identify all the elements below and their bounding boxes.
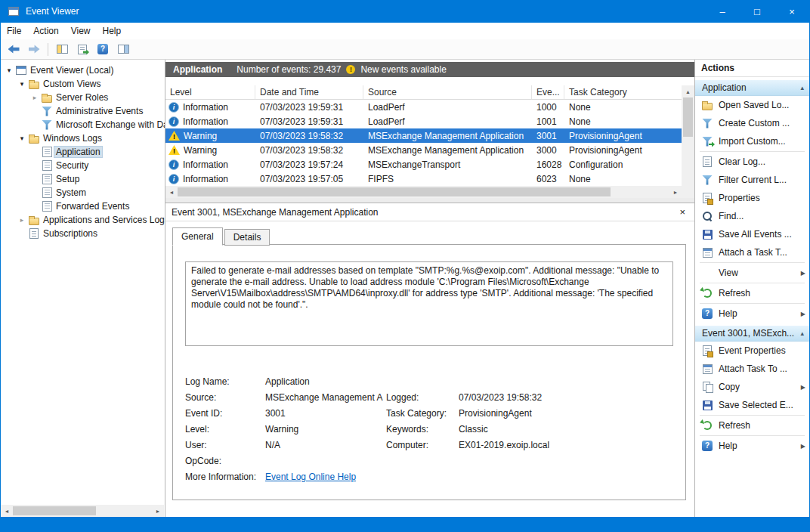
menu-help[interactable]: Help xyxy=(97,23,128,39)
datetime-text: 07/03/2023 19:59:31 xyxy=(255,116,363,127)
scroll-left-button[interactable]: ◄ xyxy=(1,505,13,517)
action-open-saved-log[interactable]: Open Saved Lo... xyxy=(695,96,809,114)
tree-item-system[interactable]: System xyxy=(1,186,165,200)
custom-view-icon xyxy=(40,105,54,117)
event-count: Number of events: 29.437 xyxy=(237,64,341,75)
tree-item-application[interactable]: Application xyxy=(1,145,165,159)
datetime-text: 07/03/2023 19:58:32 xyxy=(255,131,363,141)
tree-item-event-viewer-local[interactable]: ▾ Event Viewer (Local) xyxy=(1,63,165,77)
minimize-button[interactable]: – xyxy=(705,0,740,23)
show-console-tree-button[interactable] xyxy=(53,41,71,58)
column-task-category[interactable]: Task Category xyxy=(564,85,682,99)
column-date-time[interactable]: Date and Time xyxy=(255,85,363,99)
submenu-arrow-icon: ▶ xyxy=(801,384,809,391)
back-button[interactable] xyxy=(5,41,23,58)
scroll-thumb[interactable] xyxy=(683,97,693,137)
console-tree: ▾ Event Viewer (Local) ▾ Custom Views ▸ … xyxy=(1,60,165,517)
tree-item-label: Security xyxy=(54,159,91,172)
tree-item-label: Custom Views xyxy=(41,78,103,90)
actions-section-event[interactable]: Event 3001, MSExch... ▴ xyxy=(695,325,809,342)
chevron-expanded-icon[interactable]: ▾ xyxy=(17,135,27,142)
scroll-right-button[interactable]: ► xyxy=(152,505,164,517)
action-refresh-event[interactable]: Refresh xyxy=(695,416,809,435)
scroll-right-button[interactable]: ► xyxy=(669,186,682,198)
list-vertical-scrollbar[interactable]: ▲ ▼ xyxy=(682,85,694,198)
action-filter-current-log[interactable]: Filter Current L... xyxy=(695,171,809,189)
scroll-up-button[interactable]: ▲ xyxy=(682,85,694,97)
tree-item-server-roles[interactable]: ▸ Server Roles xyxy=(1,91,165,104)
list-horizontal-scrollbar[interactable]: ◄ ► xyxy=(165,186,682,198)
column-level[interactable]: Level xyxy=(165,85,255,99)
action-help-event[interactable]: ? Help ▶ xyxy=(695,437,809,455)
tab-details[interactable]: Details xyxy=(224,229,271,246)
action-create-custom-view[interactable]: Create Custom ... xyxy=(695,114,809,132)
action-save-selected-events[interactable]: Save Selected E... xyxy=(695,396,809,414)
titlebar: Event Viewer – □ × xyxy=(1,0,809,23)
scroll-track[interactable] xyxy=(178,186,669,198)
event-row[interactable]: !Warning 07/03/2023 19:58:32 MSExchange … xyxy=(165,143,682,157)
action-copy[interactable]: Copy ▶ xyxy=(695,378,809,396)
action-refresh[interactable]: Refresh xyxy=(695,284,809,302)
collapse-icon[interactable]: ▴ xyxy=(800,329,804,337)
action-attach-task[interactable]: Attach a Task T... xyxy=(695,243,809,261)
event-row[interactable]: iInformation 07/03/2023 19:59:31 LoadPer… xyxy=(165,114,682,128)
collapse-icon[interactable]: ▴ xyxy=(800,84,804,91)
action-properties[interactable]: Properties xyxy=(695,189,809,207)
chevron-collapsed-icon[interactable]: ▸ xyxy=(29,94,40,101)
folder-icon xyxy=(27,132,41,144)
forward-button[interactable] xyxy=(25,41,43,58)
action-label: Clear Log... xyxy=(719,156,765,167)
chevron-collapsed-icon[interactable]: ▸ xyxy=(17,216,27,224)
menu-file[interactable]: File xyxy=(1,23,27,39)
tree-item-windows-logs[interactable]: ▾ Windows Logs xyxy=(1,131,165,145)
tree-item-microsoft-exchange[interactable]: Microsoft Exchange with Da xyxy=(1,118,165,131)
event-row[interactable]: iInformation 07/03/2023 19:57:24 MSExcha… xyxy=(165,157,682,172)
action-help[interactable]: ? Help ▶ xyxy=(695,305,809,323)
column-source[interactable]: Source xyxy=(363,85,532,99)
event-row[interactable]: iInformation 07/03/2023 19:59:31 LoadPer… xyxy=(165,100,682,114)
level-text: Information xyxy=(183,102,228,113)
column-event-id[interactable]: Eve... xyxy=(532,85,564,99)
actions-section-application[interactable]: Application ▴ xyxy=(695,79,809,96)
tree-item-security[interactable]: Security xyxy=(1,159,165,172)
tree-item-label: Administrative Events xyxy=(54,105,145,117)
maximize-button[interactable]: □ xyxy=(740,0,774,23)
action-label: Filter Current L... xyxy=(719,175,787,185)
tree-item-subscriptions[interactable]: Subscriptions xyxy=(1,227,165,240)
action-label: Create Custom ... xyxy=(719,118,790,128)
details-close-icon[interactable]: × xyxy=(676,206,688,218)
tab-general[interactable]: General xyxy=(172,227,223,246)
export-list-button[interactable] xyxy=(73,41,91,58)
action-save-all-events[interactable]: Save All Events ... xyxy=(695,225,809,243)
tree-item-administrative-events[interactable]: Administrative Events xyxy=(1,104,165,118)
actions-separator xyxy=(695,282,809,284)
event-log-online-help-link[interactable]: Event Log Online Help xyxy=(265,472,356,482)
tree-item-applications-services-logs[interactable]: ▸ Applications and Services Logs xyxy=(1,213,165,227)
action-event-properties[interactable]: Event Properties xyxy=(695,342,809,360)
tree-item-custom-views[interactable]: ▾ Custom Views xyxy=(1,77,165,91)
action-clear-log[interactable]: Clear Log... xyxy=(695,153,809,171)
scroll-track[interactable] xyxy=(13,505,152,517)
chevron-expanded-icon[interactable]: ▾ xyxy=(4,66,14,74)
show-action-pane-button[interactable] xyxy=(114,41,132,58)
menu-action[interactable]: Action xyxy=(27,23,64,39)
menu-view[interactable]: View xyxy=(65,23,97,39)
scroll-thumb[interactable] xyxy=(13,506,96,515)
toolbar: ? xyxy=(1,39,809,60)
action-import-custom-view[interactable]: Import Custom... xyxy=(695,132,809,150)
help-toolbar-button[interactable]: ? xyxy=(94,41,112,58)
event-row-selected[interactable]: !Warning 07/03/2023 19:58:32 MSExchange … xyxy=(165,128,682,143)
action-attach-task-to-event[interactable]: Attach Task To ... xyxy=(695,360,809,378)
chevron-expanded-icon[interactable]: ▾ xyxy=(17,80,27,88)
section-title: Application xyxy=(702,82,747,93)
scroll-track[interactable] xyxy=(682,97,694,186)
tree-item-forwarded-events[interactable]: Forwarded Events xyxy=(1,200,165,213)
tree-horizontal-scrollbar[interactable]: ◄ ► xyxy=(1,505,164,517)
action-find[interactable]: Find... xyxy=(695,207,809,225)
scroll-thumb[interactable] xyxy=(178,187,611,196)
close-button[interactable]: × xyxy=(774,0,809,23)
scroll-left-button[interactable]: ◄ xyxy=(165,186,178,198)
event-row[interactable]: iInformation 07/03/2023 19:57:05 FIPFS 6… xyxy=(165,172,682,186)
tree-item-setup[interactable]: Setup xyxy=(1,172,165,186)
action-view[interactable]: View ▶ xyxy=(695,264,809,282)
